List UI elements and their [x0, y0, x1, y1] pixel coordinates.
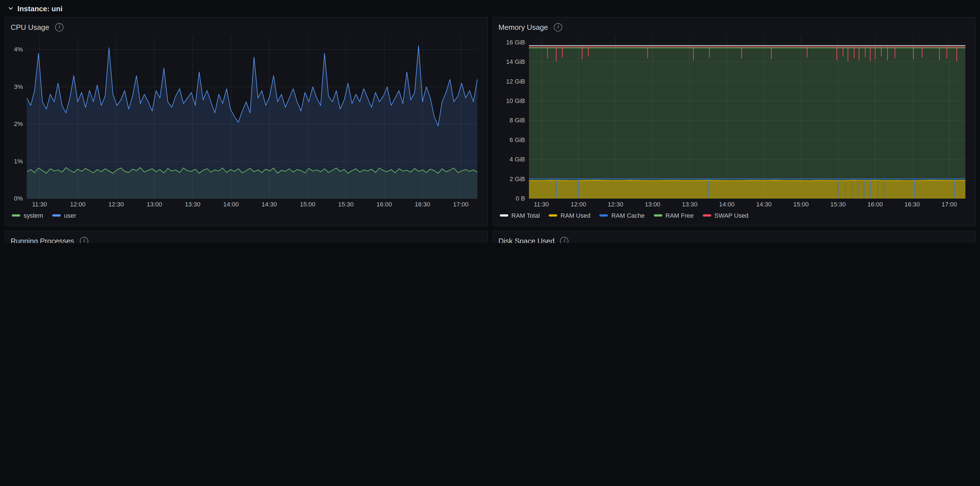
svg-text:12:30: 12:30: [608, 201, 623, 208]
chart-legend: systemuser: [11, 210, 482, 221]
grafana-dashboard: Instance: uni CPU Usage i 0%1%2%3%4%11:3…: [0, 0, 980, 243]
panel-title[interactable]: Disk Space Used: [498, 237, 554, 243]
svg-text:4%: 4%: [14, 46, 23, 53]
legend-item[interactable]: RAM Used: [549, 212, 590, 219]
legend-label: user: [64, 212, 76, 219]
svg-text:14 GiB: 14 GiB: [506, 58, 525, 65]
series-color-swatch: [703, 214, 711, 217]
svg-text:12:00: 12:00: [570, 201, 586, 208]
legend-label: RAM Used: [560, 212, 590, 219]
info-icon[interactable]: i: [80, 237, 88, 243]
legend-item[interactable]: RAM Cache: [599, 212, 644, 219]
svg-text:16:00: 16:00: [376, 201, 392, 208]
panel-running-processes: Running Processes i 132132.5133133.51341…: [5, 231, 488, 243]
svg-text:12:00: 12:00: [70, 201, 86, 208]
svg-text:11:30: 11:30: [32, 201, 47, 208]
cpu-usage-chart[interactable]: 0%1%2%3%4%11:3012:0012:3013:0013:3014:00…: [11, 33, 482, 210]
legend-item[interactable]: user: [52, 212, 76, 219]
legend-label: SWAP Used: [714, 212, 748, 219]
legend-item[interactable]: RAM Total: [500, 212, 540, 219]
chevron-down-icon: [8, 6, 13, 11]
panel-title[interactable]: CPU Usage: [11, 23, 49, 31]
panel-title[interactable]: Running Processes: [11, 237, 74, 243]
panel-grid: CPU Usage i 0%1%2%3%4%11:3012:0012:3013:…: [0, 17, 980, 243]
svg-text:12 GiB: 12 GiB: [506, 78, 525, 85]
svg-text:14:30: 14:30: [261, 201, 277, 208]
svg-text:16 GiB: 16 GiB: [506, 39, 525, 46]
panel-memory-usage: Memory Usage i 0 B2 GiB4 GiB6 GiB8 GiB10…: [492, 17, 975, 226]
legend-label: RAM Free: [665, 212, 694, 219]
series-color-swatch: [599, 214, 608, 217]
svg-text:0 B: 0 B: [515, 195, 525, 202]
svg-text:16:30: 16:30: [904, 201, 920, 208]
svg-text:10 GiB: 10 GiB: [506, 97, 525, 104]
svg-text:6 GiB: 6 GiB: [509, 136, 525, 143]
svg-text:15:00: 15:00: [793, 201, 808, 208]
legend-item[interactable]: RAM Free: [654, 212, 694, 219]
svg-text:15:00: 15:00: [300, 201, 315, 208]
panel-disk-space-used: Disk Space Used i 0%20%40%60%80%100%11:3…: [492, 231, 975, 243]
info-icon[interactable]: i: [560, 237, 568, 243]
panel-header: CPU Usage i: [11, 21, 482, 33]
series-color-swatch: [500, 214, 508, 217]
info-icon[interactable]: i: [554, 23, 562, 31]
svg-text:11:30: 11:30: [534, 201, 549, 208]
svg-text:14:00: 14:00: [719, 201, 734, 208]
memory-usage-chart[interactable]: 0 B2 GiB4 GiB6 GiB8 GiB10 GiB12 GiB14 Gi…: [498, 33, 969, 210]
svg-text:14:00: 14:00: [223, 201, 239, 208]
series-color-swatch: [52, 214, 61, 217]
svg-text:15:30: 15:30: [338, 201, 354, 208]
panel-title[interactable]: Memory Usage: [498, 23, 548, 31]
panel-cpu-usage: CPU Usage i 0%1%2%3%4%11:3012:0012:3013:…: [5, 17, 488, 226]
svg-text:2%: 2%: [14, 120, 23, 127]
svg-text:15:30: 15:30: [830, 201, 845, 208]
legend-item[interactable]: system: [12, 212, 43, 219]
svg-text:16:00: 16:00: [867, 201, 883, 208]
svg-text:13:00: 13:00: [644, 201, 660, 208]
panel-header: Disk Space Used i: [498, 234, 969, 243]
svg-text:17:00: 17:00: [941, 201, 957, 208]
legend-item[interactable]: SWAP Used: [703, 212, 748, 219]
svg-text:13:30: 13:30: [682, 201, 697, 208]
series-color-swatch: [654, 214, 662, 217]
svg-text:12:30: 12:30: [108, 201, 124, 208]
svg-text:14:30: 14:30: [756, 201, 772, 208]
panel-header: Memory Usage i: [498, 21, 969, 33]
svg-text:3%: 3%: [14, 83, 23, 90]
svg-text:1%: 1%: [14, 158, 23, 165]
legend-label: RAM Cache: [611, 212, 644, 219]
svg-text:0%: 0%: [14, 195, 23, 202]
row-title: Instance: uni: [18, 4, 62, 13]
chart-legend: RAM TotalRAM UsedRAM CacheRAM FreeSWAP U…: [498, 210, 969, 221]
svg-text:13:30: 13:30: [185, 201, 200, 208]
series-color-swatch: [549, 214, 557, 217]
svg-text:2 GiB: 2 GiB: [509, 175, 525, 183]
legend-label: system: [24, 212, 43, 219]
panel-header: Running Processes i: [11, 234, 482, 243]
dashboard-row-header[interactable]: Instance: uni: [0, 0, 980, 14]
svg-text:8 GiB: 8 GiB: [509, 117, 525, 124]
svg-text:16:30: 16:30: [415, 201, 430, 208]
series-color-swatch: [12, 214, 20, 217]
legend-label: RAM Total: [511, 212, 540, 219]
svg-text:13:00: 13:00: [147, 201, 162, 208]
svg-text:17:00: 17:00: [453, 201, 468, 208]
info-icon[interactable]: i: [55, 23, 63, 31]
svg-text:4 GiB: 4 GiB: [509, 156, 525, 163]
